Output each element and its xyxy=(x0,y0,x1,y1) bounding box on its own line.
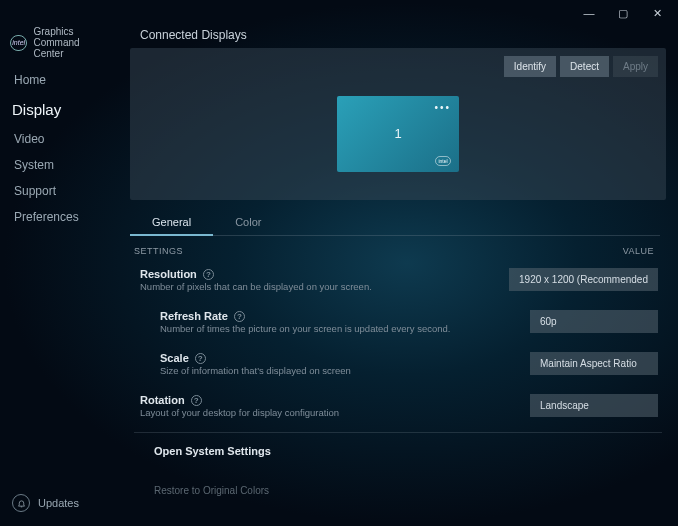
setting-label: Resolution xyxy=(140,268,197,280)
settings-header: SETTINGS VALUE xyxy=(124,236,666,258)
nav-item-display[interactable]: Display xyxy=(0,93,120,126)
setting-label: Rotation xyxy=(140,394,185,406)
displays-panel: Identify Detect Apply ••• 1 intel xyxy=(130,48,666,200)
setting-desc: Layout of your desktop for display confi… xyxy=(140,407,530,418)
nav: Home Display Video System Support Prefer… xyxy=(0,67,120,230)
nav-item-support[interactable]: Support xyxy=(0,178,120,204)
nav-item-home[interactable]: Home xyxy=(0,67,120,93)
scale-dropdown[interactable]: Maintain Aspect Ratio xyxy=(530,352,658,375)
setting-row-refresh-rate: Refresh Rate? Number of times the pictur… xyxy=(134,304,658,346)
setting-row-resolution: Resolution? Number of pixels that can be… xyxy=(134,262,658,304)
setting-row-rotation: Rotation? Layout of your desktop for dis… xyxy=(134,388,658,430)
settings-list: Resolution? Number of pixels that can be… xyxy=(124,258,666,430)
identify-button[interactable]: Identify xyxy=(504,56,556,77)
setting-label: Refresh Rate xyxy=(160,310,228,322)
setting-row-scale: Scale? Size of information that's displa… xyxy=(134,346,658,388)
updates-label: Updates xyxy=(38,497,79,509)
window-close-button[interactable]: ✕ xyxy=(640,3,674,23)
titlebar: — ▢ ✕ xyxy=(0,0,678,26)
intel-chip-icon: intel xyxy=(435,156,451,166)
help-icon[interactable]: ? xyxy=(191,395,202,406)
apply-button: Apply xyxy=(613,56,658,77)
nav-item-system[interactable]: System xyxy=(0,152,120,178)
restore-colors-button: Restore to Original Colors xyxy=(124,469,666,496)
app-title: Graphics Command Center xyxy=(33,26,112,59)
tabs: General Color xyxy=(130,210,660,236)
detect-button[interactable]: Detect xyxy=(560,56,609,77)
setting-desc: Size of information that's displayed on … xyxy=(160,365,530,376)
bell-icon xyxy=(12,494,30,512)
nav-item-video[interactable]: Video xyxy=(0,126,120,152)
setting-label: Scale xyxy=(160,352,189,364)
setting-desc: Number of times the picture on your scre… xyxy=(160,323,530,334)
open-system-settings-link[interactable]: Open System Settings xyxy=(124,433,666,469)
nav-item-preferences[interactable]: Preferences xyxy=(0,204,120,230)
tab-general[interactable]: General xyxy=(130,210,213,236)
settings-header-right: VALUE xyxy=(623,246,654,256)
window-maximize-button[interactable]: ▢ xyxy=(606,3,640,23)
sidebar: intel Graphics Command Center Home Displ… xyxy=(0,26,120,526)
window-minimize-button[interactable]: — xyxy=(572,3,606,23)
display-number: 1 xyxy=(337,126,459,141)
updates-button[interactable]: Updates xyxy=(0,484,120,526)
more-icon[interactable]: ••• xyxy=(434,102,451,113)
section-title: Connected Displays xyxy=(124,26,666,48)
rotation-dropdown[interactable]: Landscape xyxy=(530,394,658,417)
display-tile-1[interactable]: ••• 1 intel xyxy=(337,96,459,172)
help-icon[interactable]: ? xyxy=(195,353,206,364)
help-icon[interactable]: ? xyxy=(234,311,245,322)
settings-header-left: SETTINGS xyxy=(134,246,183,256)
intel-logo-icon: intel xyxy=(10,35,27,51)
setting-desc: Number of pixels that can be displayed o… xyxy=(140,281,509,292)
refresh-rate-dropdown[interactable]: 60p xyxy=(530,310,658,333)
tab-color[interactable]: Color xyxy=(213,210,283,235)
brand: intel Graphics Command Center xyxy=(0,26,120,67)
help-icon[interactable]: ? xyxy=(203,269,214,280)
resolution-dropdown[interactable]: 1920 x 1200 (Recommended xyxy=(509,268,658,291)
main-content: Connected Displays Identify Detect Apply… xyxy=(120,26,678,526)
